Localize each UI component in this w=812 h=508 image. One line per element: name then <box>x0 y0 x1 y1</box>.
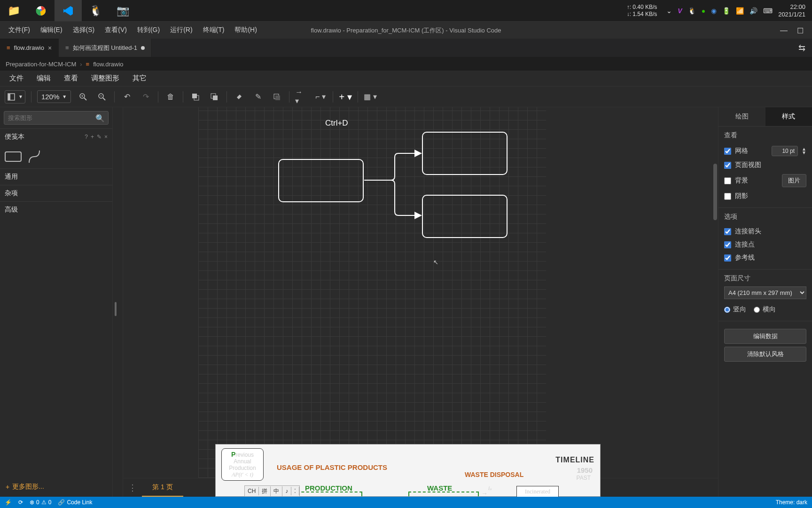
search-icon[interactable]: 🔍 <box>95 114 105 123</box>
flowchart-box-3[interactable] <box>422 195 508 238</box>
close-icon[interactable]: × <box>104 134 108 140</box>
chevron-down-icon[interactable]: ⌄ <box>666 7 672 15</box>
flowchart-box-1[interactable] <box>278 159 364 202</box>
fill-color-button[interactable] <box>233 90 246 103</box>
arrows-checkbox[interactable] <box>724 228 731 235</box>
problems-button[interactable]: ⊗0 ⚠0 <box>30 499 51 506</box>
dmenu-arrange[interactable]: 调整图形 <box>86 72 125 85</box>
menu-edit[interactable]: 编辑(E) <box>36 24 67 36</box>
landscape-radio[interactable] <box>754 307 760 313</box>
sync-button[interactable]: ⟳ <box>18 499 23 506</box>
vertical-scrollbar[interactable] <box>713 164 717 220</box>
tray-keyboard-icon[interactable]: ⌨ <box>763 7 773 15</box>
menu-file[interactable]: 文件(F) <box>4 24 35 36</box>
close-icon[interactable]: × <box>48 44 52 52</box>
more-shapes-button[interactable]: + 更多图形... <box>0 477 112 497</box>
menu-help[interactable]: 帮助(H) <box>230 24 261 36</box>
page-tab-1[interactable]: 第 1 页 <box>142 478 183 497</box>
misc-group[interactable]: 杂项 <box>0 185 112 201</box>
zoom-out-button[interactable] <box>95 90 109 103</box>
table-button[interactable]: ▦ ▾ <box>364 90 377 103</box>
datetime[interactable]: 22:00 2021/1/21 <box>778 3 805 18</box>
codelink-button[interactable]: 🔗 Code Link <box>58 499 92 506</box>
tray-penguin-icon[interactable]: 🐧 <box>688 7 696 15</box>
portrait-radio[interactable] <box>724 307 730 313</box>
menu-terminal[interactable]: 终端(T) <box>198 24 229 36</box>
menu-goto[interactable]: 转到(G) <box>133 24 164 36</box>
page-menu-button[interactable]: ⋮ <box>123 483 142 493</box>
compare-icon[interactable]: ⇆ <box>798 43 805 53</box>
tab-diagram[interactable]: 绘图 <box>718 107 765 126</box>
tray-volume-icon[interactable]: 🔊 <box>750 7 757 15</box>
vscode-app-icon[interactable] <box>55 0 82 21</box>
redo-button[interactable]: ↷ <box>139 90 152 103</box>
ime-more[interactable]: ⁚ <box>291 487 299 495</box>
chrome-app-icon[interactable] <box>27 0 55 21</box>
dmenu-extras[interactable]: 其它 <box>127 72 152 85</box>
tray-battery-icon[interactable]: 🔋 <box>722 7 730 15</box>
dmenu-file[interactable]: 文件 <box>4 72 29 85</box>
stepper-icon[interactable]: ▲▼ <box>802 147 806 155</box>
sidebar-toggle-button[interactable]: ▼ <box>5 90 25 103</box>
image-button[interactable]: 图片 <box>782 174 806 187</box>
dmenu-view[interactable]: 查看 <box>58 72 84 85</box>
tray-wechat-icon[interactable]: ● <box>702 7 705 15</box>
help-icon[interactable]: ? <box>85 134 88 140</box>
canvas[interactable]: Ctrl+D ↖ ⋮ 第 1 页 <box>123 107 718 497</box>
tray-v-icon[interactable]: V <box>678 7 682 15</box>
connection-button[interactable]: → ▾ <box>295 90 308 103</box>
minimize-button[interactable]: — <box>780 26 788 35</box>
crumb-file[interactable]: flow.drawio <box>93 61 123 68</box>
clear-default-button[interactable]: 清除默认风格 <box>724 347 806 362</box>
delete-button[interactable]: 🗑 <box>164 90 177 103</box>
maximize-button[interactable]: ☐ <box>797 26 804 35</box>
background-checkbox[interactable] <box>724 177 731 184</box>
insert-button[interactable]: + ▾ <box>339 90 352 103</box>
waypoint-button[interactable]: ⌐ ▾ <box>314 90 327 103</box>
zoom-in-button[interactable] <box>77 90 90 103</box>
ime-music-icon[interactable]: ♪ <box>282 487 291 495</box>
shape-rounded-rect[interactable] <box>5 151 22 162</box>
edit-icon[interactable]: ✎ <box>97 134 102 140</box>
flowchart-box-2[interactable] <box>422 132 508 175</box>
shape-connector[interactable] <box>28 150 40 164</box>
grid-checkbox[interactable] <box>724 148 731 155</box>
pageview-checkbox[interactable] <box>724 162 731 169</box>
tray-sync-icon[interactable]: ◉ <box>711 7 717 15</box>
general-group[interactable]: 通用 <box>0 168 112 185</box>
zoom-select[interactable]: 120% ▼ <box>37 90 71 103</box>
edit-data-button[interactable]: 编辑数据 <box>724 329 806 344</box>
panel-resize-handle[interactable] <box>115 302 117 316</box>
ime-pinyin[interactable]: 拼 <box>259 486 271 496</box>
tab-untitled[interactable]: ≡ 如何画流程图 Untitled-1 <box>59 39 152 57</box>
ime-toolbar[interactable]: CH 拼 中 ♪ ⁚ <box>244 485 300 497</box>
ime-lang[interactable]: CH <box>245 487 259 495</box>
menu-run[interactable]: 运行(R) <box>165 24 197 36</box>
menu-view[interactable]: 查看(V) <box>100 24 132 36</box>
undo-button[interactable]: ↶ <box>120 90 133 103</box>
crumb-folder[interactable]: Preparation-for-MCM-ICM <box>6 61 76 68</box>
explorer-app-icon[interactable]: 📁 <box>0 0 27 21</box>
add-icon[interactable]: + <box>91 134 94 140</box>
advanced-group[interactable]: 高级 <box>0 201 112 218</box>
remote-button[interactable]: ⚡ <box>5 499 12 506</box>
camera-app-icon[interactable]: 📷 <box>109 0 136 21</box>
qq-app-icon[interactable]: 🐧 <box>82 0 109 21</box>
tray-wifi-icon[interactable]: 📶 <box>736 7 744 15</box>
ime-chinese[interactable]: 中 <box>271 486 282 496</box>
shadow-checkbox[interactable] <box>724 193 731 200</box>
search-input[interactable] <box>4 111 109 125</box>
tab-style[interactable]: 样式 <box>765 107 812 126</box>
grid-size-input[interactable] <box>772 146 798 156</box>
points-checkbox[interactable] <box>724 241 731 248</box>
papersize-select[interactable]: A4 (210 mm x 297 mm) <box>724 286 806 299</box>
menu-select[interactable]: 选择(S) <box>68 24 100 36</box>
scratchpad-group[interactable]: 便笺本 ? + ✎ × <box>0 128 112 145</box>
line-color-button[interactable]: ✎ <box>251 90 265 103</box>
tab-flow-drawio[interactable]: ≡ flow.drawio × <box>0 39 59 57</box>
to-front-button[interactable] <box>189 90 202 103</box>
guides-checkbox[interactable] <box>724 254 731 262</box>
theme-button[interactable]: Theme: dark <box>776 499 807 506</box>
shadow-button[interactable] <box>270 90 283 103</box>
to-back-button[interactable] <box>208 90 221 103</box>
